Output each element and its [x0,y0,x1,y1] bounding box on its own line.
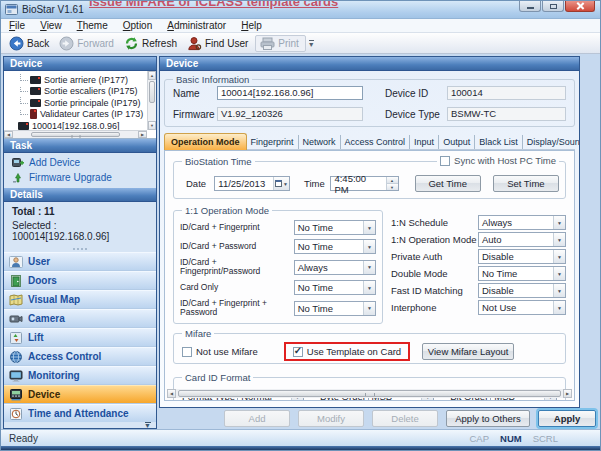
apply-to-others-button[interactable]: Apply to Others [446,410,530,427]
panel-horizontal-scrollbar[interactable]: ◀ ▶ [167,389,572,398]
tab-access-control[interactable]: Access Control [341,135,411,149]
one-to-n-options: 1:N Schedule Always▼ 1:N Operation Mode … [391,210,566,324]
fast-id-matching-select[interactable]: Disable▼ [478,283,566,298]
not-use-mifare-label: Not use Mifare [196,346,258,357]
apply-button[interactable]: Apply [538,410,596,427]
tree-item-sortie-escaliers[interactable]: Sortie escaliers (IP175) [8,86,144,98]
tree-item-sortie-arriere[interactable]: Sortie arriere (IP177) [8,74,144,86]
scroll-left-icon[interactable]: ◀ [4,131,13,138]
time-label: Time [304,178,330,189]
close-button[interactable] [565,1,595,12]
device-terminal-icon [30,76,41,84]
group-legend: BioStation Time [182,156,255,167]
tab-display-sound[interactable]: Display/Sound [523,135,579,149]
double-mode-select[interactable]: No Time▼ [478,266,566,281]
view-mifare-layout-button[interactable]: View Mifare Layout [422,343,514,360]
sidebar-item-doors[interactable]: Doors [4,271,156,289]
scrollbar-thumb[interactable] [31,132,120,137]
sidebar-item-monitoring[interactable]: Monitoring [4,366,156,384]
maximize-button[interactable] [542,1,564,12]
find-user-button[interactable]: Find User [184,35,255,52]
sidebar-item-time-and-attendance[interactable]: Time and Attendance [4,404,156,422]
get-time-button[interactable]: Get Time [415,175,481,192]
id-card-fingerprint-password-select[interactable]: Always▼ [294,260,376,275]
menu-option[interactable]: Option [123,20,152,31]
sidebar-item-visual-map[interactable]: Visual Map [4,290,156,308]
chevron-down-icon: ▼ [363,221,375,234]
scroll-up-icon[interactable]: ▲ [148,71,156,80]
sync-host-pc-time-label: Sync with Host PC Time [454,155,556,166]
chevron-down-icon: ▼ [363,302,375,315]
use-template-on-card-checkbox[interactable] [293,347,303,357]
device-tabs: Operation Mode Fingerprint Network Acces… [164,133,575,150]
sidebar: Device Sortie arriere (IP177) Sortie esc… [3,56,157,429]
n-schedule-select[interactable]: Always▼ [478,215,566,230]
calendar-dropdown-icon[interactable]: ▼ [273,177,289,190]
tree-vertical-scrollbar[interactable]: ▲ ▼ [147,71,156,130]
group-legend: Card ID Format [182,372,253,383]
scroll-left-icon[interactable]: ◀ [167,389,176,398]
id-card-fingerprint-select[interactable]: No Time▼ [294,220,376,235]
date-picker[interactable]: 11/25/2013 ▼ [214,176,290,191]
chevron-down-icon: ▼ [553,301,565,314]
sidebar-item-user[interactable]: User [4,252,156,270]
scroll-right-icon[interactable]: ▶ [138,131,147,138]
menu-view[interactable]: View [40,20,62,31]
forward-button[interactable]: Forward [56,35,121,52]
tab-black-list[interactable]: Black List [475,135,523,149]
group-legend: Basic Information [173,74,252,85]
tab-network[interactable]: Network [299,135,341,149]
tab-input[interactable]: Input [410,135,439,149]
n-operation-mode-select[interactable]: Auto▼ [478,232,566,247]
name-input[interactable]: 100014[192.168.0.96] [217,86,363,100]
time-spinner-icon[interactable]: ▲▼ [386,177,398,190]
sidebar-item-access-control[interactable]: Access Control [4,347,156,365]
interphone-select[interactable]: Not Use▼ [478,300,566,315]
sidebar-item-lift[interactable]: Lift [4,328,156,346]
card-only-select[interactable]: No Time▼ [294,280,376,295]
sidebar-item-camera[interactable]: Camera [4,309,156,327]
task-firmware-upgrade[interactable]: Firmware Upgrade [12,172,156,183]
print-button[interactable]: Print [255,35,306,52]
toolbar-overflow-icon[interactable]: ▼ [308,40,315,47]
tree-item-validateur-cartes[interactable]: Validateur Cartes (IP 173) [8,109,144,121]
sidebar-item-device[interactable]: Device [4,385,156,403]
device-type-field: BSMW-TC [447,107,566,121]
use-template-on-card-label: Use Template on Card [307,346,401,357]
id-card-password-label: ID/Card + Password [180,242,294,251]
menu-file[interactable]: File [9,20,25,31]
minimize-button[interactable] [519,1,541,12]
not-use-mifare-checkbox[interactable] [182,347,192,357]
tab-operation-mode[interactable]: Operation Mode [164,133,247,150]
sync-host-pc-time-checkbox[interactable] [440,156,450,166]
menu-help[interactable]: Help [241,20,262,31]
modify-button[interactable]: Modify [298,410,364,427]
maximize-icon [550,4,557,9]
task-add-device[interactable]: Add Device [12,157,156,168]
delete-button[interactable]: Delete [372,410,438,427]
menu-administrator[interactable]: Administrator [167,20,226,31]
tree-horizontal-scrollbar[interactable]: ◀ ▶ [4,130,147,138]
scrollbar-thumb[interactable] [178,390,561,397]
private-auth-select[interactable]: Disable▼ [478,249,566,264]
time-spinner-field[interactable]: 4:45:00 PM ▲▼ [330,176,398,191]
tree-item-sortie-principale[interactable]: Sortie principale (IP179) [8,97,144,109]
refresh-button[interactable]: Refresh [121,35,184,52]
scroll-right-icon[interactable]: ▶ [563,389,572,398]
main-column: Device Basic Information Name 100014[192… [159,56,598,429]
tab-fingerprint[interactable]: Fingerprint [247,135,299,149]
id-card-password-select[interactable]: No Time▼ [294,239,376,254]
scrollbar-thumb[interactable] [149,81,155,103]
group-legend: 1:1 Operation Mode [182,205,272,216]
add-button[interactable]: Add [224,410,290,427]
id-card-fingerprint-plus-password-select[interactable]: No Time▼ [294,301,376,316]
set-time-button[interactable]: Set Time [493,175,559,192]
door-icon [9,275,23,287]
tab-output[interactable]: Output [439,135,475,149]
date-label: Date [186,178,214,189]
scroll-down-icon[interactable]: ▼ [148,121,156,130]
menu-theme[interactable]: Theme [77,20,108,31]
nav-overflow-icon[interactable]: ▼ [144,422,151,428]
back-button[interactable]: Back [6,35,56,52]
n-schedule-label: 1:N Schedule [391,217,478,228]
